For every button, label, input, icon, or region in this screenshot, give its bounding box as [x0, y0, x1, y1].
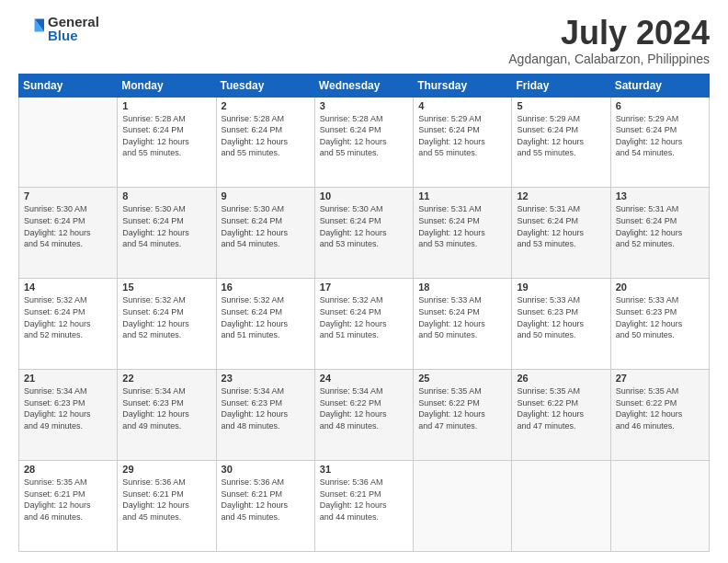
calendar-week-row: 21Sunrise: 5:34 AMSunset: 6:23 PMDayligh… — [19, 370, 710, 461]
day-number: 20 — [616, 282, 704, 293]
logo: General Blue — [18, 15, 99, 42]
day-number: 25 — [418, 373, 506, 384]
month-title: July 2024 — [508, 15, 710, 52]
day-info: Sunrise: 5:29 AMSunset: 6:24 PMDaylight:… — [418, 113, 506, 159]
day-info: Sunrise: 5:32 AMSunset: 6:24 PMDaylight:… — [222, 294, 310, 340]
weekday-header-friday: Friday — [512, 74, 610, 97]
day-info: Sunrise: 5:28 AMSunset: 6:24 PMDaylight:… — [222, 113, 310, 159]
day-info: Sunrise: 5:28 AMSunset: 6:24 PMDaylight:… — [320, 113, 408, 159]
calendar-cell: 23Sunrise: 5:34 AMSunset: 6:23 PMDayligh… — [216, 370, 314, 461]
day-info: Sunrise: 5:32 AMSunset: 6:24 PMDaylight:… — [320, 294, 408, 340]
page: General Blue July 2024 Agdangan, Calabar… — [0, 0, 728, 563]
day-info: Sunrise: 5:28 AMSunset: 6:24 PMDaylight:… — [122, 113, 210, 159]
day-info: Sunrise: 5:34 AMSunset: 6:23 PMDaylight:… — [222, 385, 310, 431]
calendar-cell: 24Sunrise: 5:34 AMSunset: 6:22 PMDayligh… — [314, 370, 413, 461]
calendar-cell: 31Sunrise: 5:36 AMSunset: 6:21 PMDayligh… — [314, 461, 413, 552]
day-number: 31 — [320, 464, 408, 475]
day-number: 6 — [616, 100, 704, 111]
day-info: Sunrise: 5:33 AMSunset: 6:23 PMDaylight:… — [517, 294, 605, 340]
calendar-cell: 20Sunrise: 5:33 AMSunset: 6:23 PMDayligh… — [610, 279, 709, 370]
calendar-cell — [610, 461, 709, 552]
day-number: 16 — [222, 282, 310, 293]
day-number: 2 — [222, 100, 310, 111]
calendar-cell: 18Sunrise: 5:33 AMSunset: 6:24 PMDayligh… — [414, 279, 512, 370]
weekday-header-thursday: Thursday — [414, 74, 512, 97]
day-info: Sunrise: 5:36 AMSunset: 6:21 PMDaylight:… — [222, 477, 310, 523]
day-number: 24 — [320, 373, 408, 384]
weekday-header-saturday: Saturday — [610, 74, 709, 97]
day-number: 29 — [122, 464, 210, 475]
day-number: 10 — [320, 190, 408, 201]
day-info: Sunrise: 5:35 AMSunset: 6:22 PMDaylight:… — [616, 385, 704, 431]
calendar-cell: 30Sunrise: 5:36 AMSunset: 6:21 PMDayligh… — [216, 461, 314, 552]
calendar-cell: 25Sunrise: 5:35 AMSunset: 6:22 PMDayligh… — [414, 370, 512, 461]
day-number: 27 — [616, 373, 704, 384]
calendar-cell: 10Sunrise: 5:30 AMSunset: 6:24 PMDayligh… — [314, 188, 413, 279]
calendar-cell — [512, 461, 610, 552]
calendar-cell: 15Sunrise: 5:32 AMSunset: 6:24 PMDayligh… — [118, 279, 216, 370]
calendar-cell: 12Sunrise: 5:31 AMSunset: 6:24 PMDayligh… — [512, 188, 610, 279]
day-number: 22 — [122, 373, 210, 384]
calendar-week-row: 1Sunrise: 5:28 AMSunset: 6:24 PMDaylight… — [19, 97, 710, 188]
weekday-header-monday: Monday — [118, 74, 216, 97]
day-number: 15 — [122, 282, 210, 293]
calendar-cell: 27Sunrise: 5:35 AMSunset: 6:22 PMDayligh… — [610, 370, 709, 461]
calendar-week-row: 7Sunrise: 5:30 AMSunset: 6:24 PMDaylight… — [19, 188, 710, 279]
day-info: Sunrise: 5:34 AMSunset: 6:22 PMDaylight:… — [320, 385, 408, 431]
calendar-cell: 4Sunrise: 5:29 AMSunset: 6:24 PMDaylight… — [414, 97, 512, 188]
day-info: Sunrise: 5:35 AMSunset: 6:22 PMDaylight:… — [418, 385, 506, 431]
location: Agdangan, Calabarzon, Philippines — [508, 52, 710, 66]
day-info: Sunrise: 5:35 AMSunset: 6:21 PMDaylight:… — [24, 477, 112, 523]
day-info: Sunrise: 5:33 AMSunset: 6:24 PMDaylight:… — [418, 294, 506, 340]
calendar-cell: 9Sunrise: 5:30 AMSunset: 6:24 PMDaylight… — [216, 188, 314, 279]
weekday-header-sunday: Sunday — [19, 74, 118, 97]
day-info: Sunrise: 5:32 AMSunset: 6:24 PMDaylight:… — [24, 294, 112, 340]
day-info: Sunrise: 5:35 AMSunset: 6:22 PMDaylight:… — [517, 385, 605, 431]
calendar-cell: 6Sunrise: 5:29 AMSunset: 6:24 PMDaylight… — [610, 97, 709, 188]
calendar-cell: 11Sunrise: 5:31 AMSunset: 6:24 PMDayligh… — [414, 188, 512, 279]
day-info: Sunrise: 5:32 AMSunset: 6:24 PMDaylight:… — [122, 294, 210, 340]
day-info: Sunrise: 5:33 AMSunset: 6:23 PMDaylight:… — [616, 294, 704, 340]
day-info: Sunrise: 5:30 AMSunset: 6:24 PMDaylight:… — [222, 203, 310, 249]
day-info: Sunrise: 5:29 AMSunset: 6:24 PMDaylight:… — [517, 113, 605, 159]
day-number: 30 — [222, 464, 310, 475]
day-number: 13 — [616, 190, 704, 201]
day-info: Sunrise: 5:31 AMSunset: 6:24 PMDaylight:… — [418, 203, 506, 249]
calendar-cell: 26Sunrise: 5:35 AMSunset: 6:22 PMDayligh… — [512, 370, 610, 461]
logo-general: General — [48, 15, 99, 29]
day-number: 5 — [517, 100, 605, 111]
day-number: 28 — [24, 464, 112, 475]
weekday-header-wednesday: Wednesday — [314, 74, 413, 97]
calendar-cell: 1Sunrise: 5:28 AMSunset: 6:24 PMDaylight… — [118, 97, 216, 188]
day-number: 14 — [24, 282, 112, 293]
calendar-table: SundayMondayTuesdayWednesdayThursdayFrid… — [18, 74, 710, 552]
calendar-cell: 5Sunrise: 5:29 AMSunset: 6:24 PMDaylight… — [512, 97, 610, 188]
calendar-cell: 17Sunrise: 5:32 AMSunset: 6:24 PMDayligh… — [314, 279, 413, 370]
day-info: Sunrise: 5:34 AMSunset: 6:23 PMDaylight:… — [24, 385, 112, 431]
day-info: Sunrise: 5:31 AMSunset: 6:24 PMDaylight:… — [616, 203, 704, 249]
calendar-week-row: 28Sunrise: 5:35 AMSunset: 6:21 PMDayligh… — [19, 461, 710, 552]
day-info: Sunrise: 5:31 AMSunset: 6:24 PMDaylight:… — [517, 203, 605, 249]
weekday-header-tuesday: Tuesday — [216, 74, 314, 97]
day-number: 26 — [517, 373, 605, 384]
calendar-cell: 7Sunrise: 5:30 AMSunset: 6:24 PMDaylight… — [19, 188, 118, 279]
logo-blue: Blue — [48, 29, 99, 42]
day-info: Sunrise: 5:36 AMSunset: 6:21 PMDaylight:… — [320, 477, 408, 523]
day-number: 9 — [222, 190, 310, 201]
header: General Blue July 2024 Agdangan, Calabar… — [18, 15, 710, 66]
calendar-cell: 22Sunrise: 5:34 AMSunset: 6:23 PMDayligh… — [118, 370, 216, 461]
day-info: Sunrise: 5:29 AMSunset: 6:24 PMDaylight:… — [616, 113, 704, 159]
day-info: Sunrise: 5:34 AMSunset: 6:23 PMDaylight:… — [122, 385, 210, 431]
title-block: July 2024 Agdangan, Calabarzon, Philippi… — [508, 15, 710, 66]
calendar-cell: 21Sunrise: 5:34 AMSunset: 6:23 PMDayligh… — [19, 370, 118, 461]
day-number: 1 — [122, 100, 210, 111]
calendar-cell: 2Sunrise: 5:28 AMSunset: 6:24 PMDaylight… — [216, 97, 314, 188]
logo-icon — [18, 16, 44, 41]
day-info: Sunrise: 5:30 AMSunset: 6:24 PMDaylight:… — [122, 203, 210, 249]
calendar-cell: 28Sunrise: 5:35 AMSunset: 6:21 PMDayligh… — [19, 461, 118, 552]
calendar-cell: 14Sunrise: 5:32 AMSunset: 6:24 PMDayligh… — [19, 279, 118, 370]
day-number: 19 — [517, 282, 605, 293]
day-number: 18 — [418, 282, 506, 293]
calendar-cell: 19Sunrise: 5:33 AMSunset: 6:23 PMDayligh… — [512, 279, 610, 370]
day-info: Sunrise: 5:30 AMSunset: 6:24 PMDaylight:… — [320, 203, 408, 249]
